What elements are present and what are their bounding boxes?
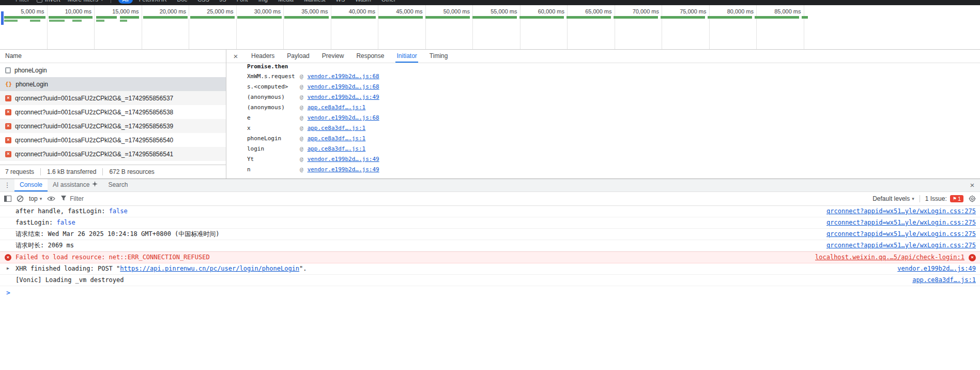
- tab-search[interactable]: Search: [103, 179, 133, 191]
- close-drawer-icon[interactable]: ×: [964, 179, 980, 191]
- failed-request-icon: ×: [5, 137, 11, 143]
- frame-function: login: [247, 144, 300, 154]
- console-settings-icon[interactable]: [969, 195, 976, 202]
- filter-pill-media[interactable]: Media: [274, 0, 298, 4]
- filter-pill-css[interactable]: CSS: [193, 0, 213, 4]
- timeline-tick: 10,000 ms: [48, 5, 95, 49]
- network-request-row[interactable]: ×qrconnect?uuid=001csaFU2zCPkl2G&_=17429…: [0, 133, 226, 147]
- error-badge-x-glyph: ×: [971, 255, 973, 260]
- waterfall-bar: [661, 16, 705, 19]
- spacer: [133, 179, 964, 191]
- filter-pill-all[interactable]: All: [118, 0, 133, 4]
- frame-source-link[interactable]: app.ce8a3df….js:1: [308, 144, 366, 154]
- message-source-link[interactable]: app.ce8a3df….js:1: [912, 276, 976, 285]
- waterfall-bar: [4, 20, 18, 22]
- expand-triangle-icon[interactable]: ▶: [7, 267, 9, 271]
- frame-source-link[interactable]: vendor.e199b2d….js:68: [308, 113, 379, 123]
- filter-pill-other[interactable]: Other: [377, 0, 400, 4]
- network-request-row[interactable]: ×qrconnect?uuid=001csaFU2zCPkl2G&_=17429…: [0, 119, 226, 133]
- filter-pill-js[interactable]: JS: [216, 0, 231, 4]
- timeline-tick-label: 20,000 ms: [142, 8, 187, 14]
- timeline-tick: 5,000 ms: [0, 5, 48, 49]
- frame-at: @: [300, 144, 303, 154]
- invert-checkbox[interactable]: [37, 0, 42, 3]
- message-source-link[interactable]: qrconnect?appid=wx51…yle/wxLogin.css:275: [826, 230, 976, 239]
- failed-x-glyph: ×: [7, 152, 9, 156]
- summary-item: 672 B resources: [109, 168, 154, 175]
- log-levels-dropdown[interactable]: Default levels ▾: [872, 195, 914, 202]
- filter-pill-manifest[interactable]: Manifest: [300, 0, 330, 4]
- invert-checkbox-group[interactable]: Invert: [37, 0, 60, 3]
- clear-console-icon[interactable]: [17, 195, 24, 202]
- frame-source-link[interactable]: app.ce8a3df….js:1: [308, 102, 366, 113]
- filter-pill-wasm[interactable]: Wasm: [351, 0, 375, 4]
- failed-x-glyph: ×: [7, 110, 9, 114]
- tab-preview[interactable]: Preview: [321, 50, 345, 63]
- network-request-row[interactable]: {}phoneLogin: [0, 77, 226, 91]
- frame-source-link[interactable]: vendor.e199b2d….js:49: [308, 165, 379, 175]
- frame-source-link[interactable]: vendor.e199b2d….js:68: [308, 71, 379, 82]
- message-source-link[interactable]: qrconnect?appid=wx51…yle/wxLogin.css:275: [826, 241, 976, 250]
- message-source-link[interactable]: qrconnect?appid=wx51…yle/wxLogin.css:275: [826, 218, 976, 227]
- network-request-row[interactable]: phoneLogin: [0, 63, 226, 77]
- tab-timing[interactable]: Timing: [428, 50, 449, 63]
- network-overview-timeline[interactable]: 5,000 ms10,000 ms15,000 ms20,000 ms25,00…: [0, 5, 980, 50]
- console-prompt[interactable]: >: [0, 286, 980, 299]
- message-source-link[interactable]: qrconnect?appid=wx51…yle/wxLogin.css:275: [826, 207, 976, 216]
- filter-pill-doc[interactable]: Doc: [173, 0, 192, 4]
- close-details-icon[interactable]: ×: [226, 50, 245, 63]
- name-column-header[interactable]: Name: [0, 50, 226, 63]
- network-filter-input[interactable]: Filter: [16, 0, 29, 3]
- issue-badge: ⚑ 1: [950, 195, 963, 202]
- more-filters-button[interactable]: More filters ▾: [68, 0, 103, 3]
- frame-source-link[interactable]: vendor.e199b2d….js:68: [308, 82, 379, 92]
- execution-context-selector[interactable]: top ▾: [29, 195, 42, 202]
- timeline-tick: 70,000 ms: [615, 5, 663, 49]
- issues-counter[interactable]: 1 Issue: ⚑ 1: [925, 195, 963, 202]
- frame-at: @: [300, 71, 303, 82]
- stack-frame: Yt@vendor.e199b2d….js:49: [247, 154, 980, 165]
- tab-headers[interactable]: Headers: [250, 50, 275, 63]
- network-request-row[interactable]: ×qrconnect?uuid=001csaFU2zCPkl2G&_=17429…: [0, 91, 226, 105]
- request-type-filters: AllFetch/XHRDocCSSJSFontImgMediaManifest…: [118, 0, 400, 4]
- timeline-tick-label: 50,000 ms: [426, 8, 470, 14]
- tab-response[interactable]: Response: [355, 50, 385, 63]
- tab-console[interactable]: Console: [14, 179, 48, 191]
- waterfall-bar: [30, 20, 40, 22]
- message-text: [Vonic] Loading _vm destroyed: [16, 276, 902, 285]
- network-request-row[interactable]: ×qrconnect?uuid=001csaFU2zCPkl2G&_=17429…: [0, 105, 226, 119]
- frame-source-link[interactable]: app.ce8a3df….js:1: [308, 123, 366, 134]
- tab-payload[interactable]: Payload: [286, 50, 310, 63]
- stack-frame: login@app.ce8a3df….js:1: [247, 144, 980, 154]
- filter-pill-ws[interactable]: WS: [332, 0, 349, 4]
- filter-pill-font[interactable]: Font: [233, 0, 252, 4]
- more-filters-label: More filters: [68, 0, 98, 3]
- request-name: qrconnect?uuid=001csaFU2zCPkl2G&_=174295…: [15, 109, 173, 116]
- tab-label: Search: [108, 181, 128, 188]
- console-filter-input[interactable]: Filter: [60, 195, 84, 203]
- frame-source-link[interactable]: vendor.e199b2d….js:49: [308, 92, 379, 102]
- message-source-link[interactable]: localhost.weixin.qq.…5/api/check-login:1: [815, 253, 964, 262]
- failed-request-icon: ×: [5, 109, 11, 115]
- message-source-link[interactable]: vendor.e199b2d….js:49: [897, 264, 976, 273]
- filter-pill-fetch-xhr[interactable]: Fetch/XHR: [135, 0, 171, 4]
- error-badge-icon[interactable]: ×: [969, 254, 976, 261]
- frame-source-link[interactable]: vendor.e199b2d….js:49: [308, 154, 379, 165]
- more-tools-icon[interactable]: ⋮: [0, 179, 14, 191]
- message-url-link[interactable]: https://api.pinrenwu.cn/pc/user/login/ph…: [120, 265, 299, 272]
- console-sidebar-icon[interactable]: [4, 196, 11, 202]
- waterfall-bar: [96, 16, 117, 19]
- load-event-marker: [1, 11, 4, 25]
- chevron-down-icon: ▾: [40, 196, 42, 201]
- filter-pill-img[interactable]: Img: [254, 0, 272, 4]
- tab-ai-assistance[interactable]: AI assistance: [48, 179, 103, 191]
- frame-source-link[interactable]: app.ce8a3df….js:1: [308, 134, 366, 144]
- console-drawer: ⋮ ConsoleAI assistanceSearch × top ▾: [0, 179, 980, 370]
- timeline-tick: 80,000 ms: [710, 5, 757, 49]
- eye-icon[interactable]: [47, 196, 55, 202]
- network-filter-bar-content: Filter Invert More filters ▾ AllFetch/XH…: [0, 0, 400, 5]
- network-request-row[interactable]: ×qrconnect?uuid=001csaFU2zCPkl2G&_=17429…: [0, 147, 226, 161]
- tab-initiator[interactable]: Initiator: [395, 50, 418, 63]
- waterfall-bar: [120, 20, 127, 22]
- timeline-tick-label: 15,000 ms: [95, 8, 139, 14]
